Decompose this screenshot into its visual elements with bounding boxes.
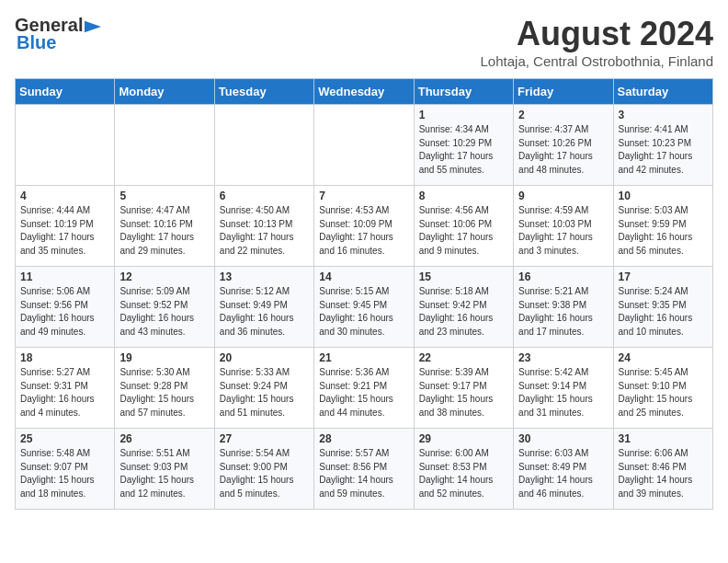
day-number: 23: [518, 351, 608, 364]
day-number: 18: [20, 351, 109, 364]
col-header-friday: Friday: [514, 79, 613, 105]
calendar-cell: 5Sunrise: 4:47 AM Sunset: 10:16 PM Dayli…: [115, 186, 214, 267]
calendar-cell: 25Sunrise: 5:48 AM Sunset: 9:07 PM Dayli…: [16, 429, 115, 510]
col-header-tuesday: Tuesday: [214, 79, 313, 105]
cell-content: Sunrise: 4:37 AM Sunset: 10:26 PM Daylig…: [518, 123, 608, 177]
day-number: 17: [619, 270, 708, 283]
logo-arrow-icon: [85, 20, 101, 33]
day-number: 28: [319, 432, 408, 445]
cell-content: Sunrise: 6:03 AM Sunset: 8:49 PM Dayligh…: [518, 447, 608, 500]
calendar-cell: [214, 105, 313, 186]
day-number: 9: [518, 190, 608, 202]
calendar-cell: 18Sunrise: 5:27 AM Sunset: 9:31 PM Dayli…: [16, 348, 115, 429]
day-number: 26: [119, 432, 209, 445]
cell-content: Sunrise: 5:24 AM Sunset: 9:35 PM Dayligh…: [619, 285, 708, 339]
calendar-cell: 7Sunrise: 4:53 AM Sunset: 10:09 PM Dayli…: [314, 186, 414, 267]
day-number: 30: [518, 432, 608, 445]
cell-content: Sunrise: 5:30 AM Sunset: 9:28 PM Dayligh…: [119, 366, 209, 419]
calendar-cell: [314, 105, 414, 186]
cell-content: Sunrise: 4:53 AM Sunset: 10:09 PM Daylig…: [319, 204, 408, 258]
day-number: 3: [619, 109, 708, 121]
calendar-cell: 29Sunrise: 6:00 AM Sunset: 8:53 PM Dayli…: [414, 429, 513, 510]
cell-content: Sunrise: 6:06 AM Sunset: 8:46 PM Dayligh…: [619, 447, 708, 500]
week-row-4: 18Sunrise: 5:27 AM Sunset: 9:31 PM Dayli…: [16, 348, 713, 429]
cell-content: Sunrise: 5:54 AM Sunset: 9:00 PM Dayligh…: [220, 447, 309, 500]
col-header-sunday: Sunday: [16, 79, 115, 105]
calendar-cell: 12Sunrise: 5:09 AM Sunset: 9:52 PM Dayli…: [115, 267, 214, 348]
day-number: 16: [518, 270, 608, 283]
week-row-3: 11Sunrise: 5:06 AM Sunset: 9:56 PM Dayli…: [16, 267, 713, 348]
col-header-saturday: Saturday: [613, 79, 712, 105]
cell-content: Sunrise: 5:48 AM Sunset: 9:07 PM Dayligh…: [20, 447, 109, 500]
logo-blue-text: Blue: [17, 32, 56, 53]
title-section: August 2024 Lohtaja, Central Ostrobothni…: [481, 15, 713, 69]
cell-content: Sunrise: 5:45 AM Sunset: 9:10 PM Dayligh…: [619, 366, 708, 419]
calendar-cell: 26Sunrise: 5:51 AM Sunset: 9:03 PM Dayli…: [115, 429, 214, 510]
day-number: 6: [220, 190, 309, 202]
cell-content: Sunrise: 5:09 AM Sunset: 9:52 PM Dayligh…: [119, 285, 209, 339]
cell-content: Sunrise: 5:15 AM Sunset: 9:45 PM Dayligh…: [319, 285, 408, 339]
cell-content: Sunrise: 5:36 AM Sunset: 9:21 PM Dayligh…: [319, 366, 408, 419]
day-number: 15: [419, 270, 508, 283]
day-number: 5: [119, 190, 209, 202]
calendar-cell: 9Sunrise: 4:59 AM Sunset: 10:03 PM Dayli…: [514, 186, 613, 267]
calendar-cell: 14Sunrise: 5:15 AM Sunset: 9:45 PM Dayli…: [314, 267, 414, 348]
calendar-cell: 16Sunrise: 5:21 AM Sunset: 9:38 PM Dayli…: [514, 267, 613, 348]
calendar-cell: 11Sunrise: 5:06 AM Sunset: 9:56 PM Dayli…: [16, 267, 115, 348]
cell-content: Sunrise: 5:42 AM Sunset: 9:14 PM Dayligh…: [518, 366, 608, 419]
cell-content: Sunrise: 5:33 AM Sunset: 9:24 PM Dayligh…: [220, 366, 309, 419]
cell-content: Sunrise: 5:57 AM Sunset: 8:56 PM Dayligh…: [319, 447, 408, 500]
col-header-wednesday: Wednesday: [314, 79, 414, 105]
day-number: 8: [419, 190, 508, 202]
calendar-cell: 22Sunrise: 5:39 AM Sunset: 9:17 PM Dayli…: [414, 348, 513, 429]
day-number: 1: [419, 109, 508, 121]
svg-marker-0: [85, 20, 101, 32]
cell-content: Sunrise: 5:21 AM Sunset: 9:38 PM Dayligh…: [518, 285, 608, 339]
cell-content: Sunrise: 4:44 AM Sunset: 10:19 PM Daylig…: [20, 204, 109, 258]
day-number: 19: [119, 351, 209, 364]
day-number: 24: [619, 351, 708, 364]
calendar-cell: 21Sunrise: 5:36 AM Sunset: 9:21 PM Dayli…: [314, 348, 414, 429]
cell-content: Sunrise: 4:59 AM Sunset: 10:03 PM Daylig…: [518, 204, 608, 258]
calendar-table: SundayMondayTuesdayWednesdayThursdayFrid…: [15, 78, 713, 510]
day-number: 22: [419, 351, 508, 364]
calendar-cell: 3Sunrise: 4:41 AM Sunset: 10:23 PM Dayli…: [613, 105, 712, 186]
day-number: 12: [119, 270, 209, 283]
main-title: August 2024: [481, 15, 713, 53]
calendar-cell: 1Sunrise: 4:34 AM Sunset: 10:29 PM Dayli…: [414, 105, 513, 186]
col-header-monday: Monday: [115, 79, 214, 105]
logo: General Blue: [15, 15, 101, 53]
cell-content: Sunrise: 5:06 AM Sunset: 9:56 PM Dayligh…: [20, 285, 109, 339]
cell-content: Sunrise: 6:00 AM Sunset: 8:53 PM Dayligh…: [419, 447, 508, 500]
calendar-cell: 15Sunrise: 5:18 AM Sunset: 9:42 PM Dayli…: [414, 267, 513, 348]
page-header: General Blue August 2024 Lohtaja, Centra…: [15, 15, 713, 69]
calendar-cell: 4Sunrise: 4:44 AM Sunset: 10:19 PM Dayli…: [16, 186, 115, 267]
calendar-cell: 24Sunrise: 5:45 AM Sunset: 9:10 PM Dayli…: [613, 348, 712, 429]
week-row-1: 1Sunrise: 4:34 AM Sunset: 10:29 PM Dayli…: [16, 105, 713, 186]
cell-content: Sunrise: 5:51 AM Sunset: 9:03 PM Dayligh…: [119, 447, 209, 500]
cell-content: Sunrise: 4:34 AM Sunset: 10:29 PM Daylig…: [419, 123, 508, 177]
cell-content: Sunrise: 4:50 AM Sunset: 10:13 PM Daylig…: [220, 204, 309, 258]
cell-content: Sunrise: 5:12 AM Sunset: 9:49 PM Dayligh…: [220, 285, 309, 339]
calendar-cell: [115, 105, 214, 186]
cell-content: Sunrise: 5:27 AM Sunset: 9:31 PM Dayligh…: [20, 366, 109, 419]
day-number: 4: [20, 190, 109, 202]
calendar-cell: 13Sunrise: 5:12 AM Sunset: 9:49 PM Dayli…: [214, 267, 313, 348]
cell-content: Sunrise: 4:56 AM Sunset: 10:06 PM Daylig…: [419, 204, 508, 258]
cell-content: Sunrise: 5:03 AM Sunset: 9:59 PM Dayligh…: [619, 204, 708, 258]
day-number: 13: [220, 270, 309, 283]
calendar-header-row: SundayMondayTuesdayWednesdayThursdayFrid…: [16, 79, 713, 105]
week-row-2: 4Sunrise: 4:44 AM Sunset: 10:19 PM Dayli…: [16, 186, 713, 267]
day-number: 29: [419, 432, 508, 445]
calendar-cell: 8Sunrise: 4:56 AM Sunset: 10:06 PM Dayli…: [414, 186, 513, 267]
day-number: 27: [220, 432, 309, 445]
calendar-cell: 31Sunrise: 6:06 AM Sunset: 8:46 PM Dayli…: [613, 429, 712, 510]
day-number: 10: [619, 190, 708, 202]
day-number: 2: [518, 109, 608, 121]
calendar-cell: 17Sunrise: 5:24 AM Sunset: 9:35 PM Dayli…: [613, 267, 712, 348]
day-number: 31: [619, 432, 708, 445]
cell-content: Sunrise: 5:39 AM Sunset: 9:17 PM Dayligh…: [419, 366, 508, 419]
day-number: 25: [20, 432, 109, 445]
day-number: 7: [319, 190, 408, 202]
cell-content: Sunrise: 4:47 AM Sunset: 10:16 PM Daylig…: [119, 204, 209, 258]
